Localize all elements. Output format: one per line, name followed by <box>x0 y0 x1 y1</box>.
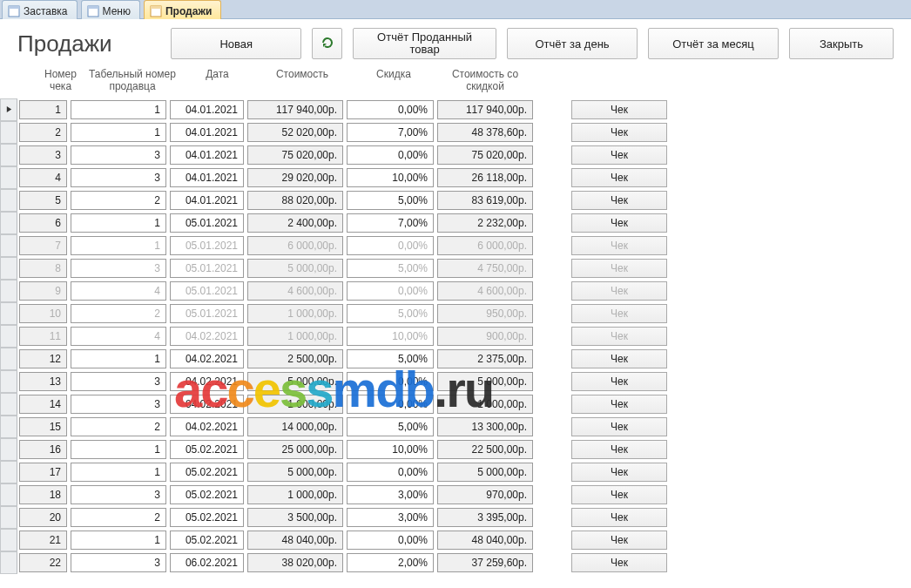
cell-seller-number[interactable]: 1 <box>71 349 166 368</box>
cell-seller-number[interactable]: 1 <box>71 463 166 482</box>
cell-date[interactable]: 04.01.2021 <box>170 123 244 142</box>
refresh-button[interactable] <box>312 28 342 59</box>
cell-seller-number[interactable]: 3 <box>71 168 166 187</box>
cell-seller-number[interactable]: 2 <box>71 508 166 527</box>
receipt-button[interactable]: Чек <box>571 281 667 301</box>
cell-discount[interactable]: 0,00% <box>347 372 434 391</box>
cell-seller-number[interactable]: 3 <box>71 259 166 278</box>
row-selector[interactable] <box>0 257 17 280</box>
row-selector[interactable] <box>0 483 17 506</box>
row-selector[interactable] <box>0 234 17 257</box>
cell-seller-number[interactable]: 4 <box>71 281 166 301</box>
receipt-button[interactable]: Чек <box>571 123 667 142</box>
cell-seller-number[interactable]: 3 <box>71 395 166 414</box>
cell-discount[interactable]: 0,00% <box>347 145 434 165</box>
cell-date[interactable]: 04.02.2021 <box>170 349 244 368</box>
row-selector[interactable] <box>0 280 17 302</box>
cell-date[interactable]: 05.02.2021 <box>170 508 244 527</box>
tab-sales[interactable]: Продажи <box>144 0 221 19</box>
cell-date[interactable]: 06.02.2021 <box>170 553 244 572</box>
receipt-button[interactable]: Чек <box>571 236 667 255</box>
receipt-button[interactable]: Чек <box>571 531 667 550</box>
cell-date[interactable]: 04.01.2021 <box>170 100 244 119</box>
grid-body[interactable]: 1104.01.2021117 940,00р.0,00%117 940,00р… <box>0 98 911 579</box>
row-selector[interactable] <box>0 212 17 234</box>
cell-date[interactable]: 04.01.2021 <box>170 145 244 165</box>
row-selector[interactable] <box>0 370 17 393</box>
report-product-button[interactable]: Отчёт Проданный товар <box>353 28 496 59</box>
cell-seller-number[interactable]: 2 <box>71 304 166 323</box>
cell-discount[interactable]: 10,00% <box>347 440 434 459</box>
row-selector[interactable] <box>0 98 17 121</box>
receipt-button[interactable]: Чек <box>571 395 667 414</box>
cell-discount[interactable]: 0,00% <box>347 395 434 414</box>
receipt-button[interactable]: Чек <box>571 259 667 278</box>
cell-discount[interactable]: 0,00% <box>347 463 434 482</box>
cell-discount[interactable]: 0,00% <box>347 236 434 255</box>
cell-date[interactable]: 04.02.2021 <box>170 327 244 346</box>
receipt-button[interactable]: Чек <box>571 463 667 482</box>
receipt-button[interactable]: Чек <box>571 191 667 210</box>
receipt-button[interactable]: Чек <box>571 100 667 119</box>
cell-date[interactable]: 04.02.2021 <box>170 417 244 436</box>
cell-seller-number[interactable]: 3 <box>71 553 166 572</box>
receipt-button[interactable]: Чек <box>571 349 667 368</box>
row-selector[interactable] <box>0 551 17 574</box>
cell-seller-number[interactable]: 1 <box>71 100 166 119</box>
receipt-button[interactable]: Чек <box>571 417 667 436</box>
cell-date[interactable]: 05.02.2021 <box>170 463 244 482</box>
cell-date[interactable]: 04.02.2021 <box>170 395 244 414</box>
cell-date[interactable]: 05.01.2021 <box>170 236 244 255</box>
cell-discount[interactable]: 5,00% <box>347 304 434 323</box>
cell-seller-number[interactable]: 3 <box>71 372 166 391</box>
row-selector[interactable] <box>0 166 17 189</box>
cell-date[interactable]: 05.01.2021 <box>170 259 244 278</box>
cell-discount[interactable]: 2,00% <box>347 553 434 572</box>
cell-date[interactable]: 05.01.2021 <box>170 213 244 233</box>
tab-splash[interactable]: Заставка <box>2 0 78 19</box>
row-selector[interactable] <box>0 529 17 551</box>
receipt-button[interactable]: Чек <box>571 372 667 391</box>
cell-discount[interactable]: 5,00% <box>347 417 434 436</box>
receipt-button[interactable]: Чек <box>571 145 667 165</box>
cell-seller-number[interactable]: 4 <box>71 327 166 346</box>
report-day-button[interactable]: Отчёт за день <box>507 28 638 59</box>
cell-discount[interactable]: 0,00% <box>347 281 434 301</box>
cell-seller-number[interactable]: 2 <box>71 191 166 210</box>
cell-date[interactable]: 04.01.2021 <box>170 168 244 187</box>
cell-discount[interactable]: 10,00% <box>347 168 434 187</box>
receipt-button[interactable]: Чек <box>571 304 667 323</box>
row-selector[interactable] <box>0 438 17 461</box>
row-selector[interactable] <box>0 144 17 166</box>
cell-date[interactable]: 05.01.2021 <box>170 281 244 301</box>
cell-discount[interactable]: 10,00% <box>347 327 434 346</box>
row-selector[interactable] <box>0 416 17 438</box>
cell-seller-number[interactable]: 2 <box>71 417 166 436</box>
cell-discount[interactable]: 0,00% <box>347 100 434 119</box>
receipt-button[interactable]: Чек <box>571 553 667 572</box>
cell-date[interactable]: 05.01.2021 <box>170 304 244 323</box>
cell-discount[interactable]: 5,00% <box>347 259 434 278</box>
cell-date[interactable]: 05.02.2021 <box>170 531 244 550</box>
cell-discount[interactable]: 7,00% <box>347 213 434 233</box>
row-selector[interactable] <box>0 325 17 348</box>
receipt-button[interactable]: Чек <box>571 440 667 459</box>
cell-seller-number[interactable]: 1 <box>71 236 166 255</box>
report-month-button[interactable]: Отчёт за месяц <box>648 28 779 59</box>
receipt-button[interactable]: Чек <box>571 213 667 233</box>
cell-seller-number[interactable]: 1 <box>71 123 166 142</box>
row-selector[interactable] <box>0 189 17 212</box>
row-selector[interactable] <box>0 302 17 325</box>
cell-discount[interactable]: 7,00% <box>347 123 434 142</box>
cell-date[interactable]: 05.02.2021 <box>170 440 244 459</box>
receipt-button[interactable]: Чек <box>571 485 667 504</box>
row-selector[interactable] <box>0 393 17 416</box>
receipt-button[interactable]: Чек <box>571 168 667 187</box>
tab-menu[interactable]: Меню <box>81 0 140 19</box>
cell-discount[interactable]: 5,00% <box>347 349 434 368</box>
close-button[interactable]: Закрыть <box>789 28 894 59</box>
cell-date[interactable]: 05.02.2021 <box>170 485 244 504</box>
row-selector[interactable] <box>0 121 17 144</box>
cell-seller-number[interactable]: 1 <box>71 440 166 459</box>
cell-discount[interactable]: 3,00% <box>347 485 434 504</box>
